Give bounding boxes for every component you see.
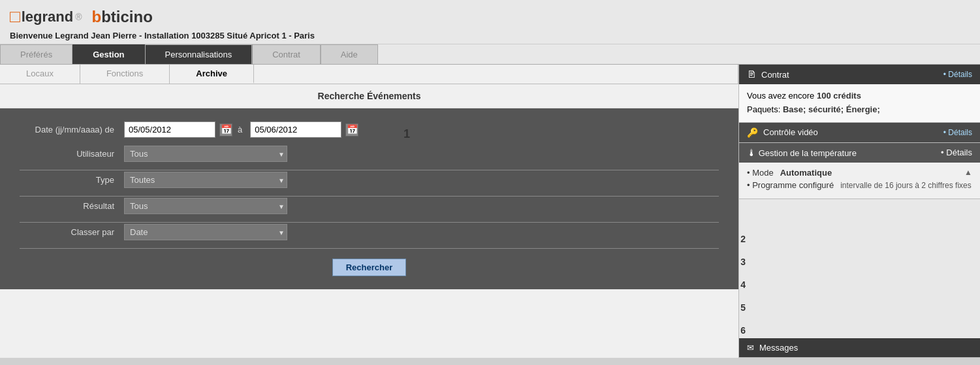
legrand-reg: ® xyxy=(75,12,82,22)
welcome-text: Bienvenue Legrand Jean Pierre - Installa… xyxy=(10,31,970,40)
marker-2: 2 xyxy=(740,234,746,244)
classer-select-wrapper: Date ▼ xyxy=(124,224,287,240)
utilisateur-select-wrapper: Tous ▼ xyxy=(124,146,287,162)
paquets-values: Base; sécurité; Énergie; xyxy=(783,104,880,114)
divider-3 xyxy=(20,222,719,223)
video-header: 🔑 Contrôle vidéo • Détails xyxy=(739,123,980,142)
date-label: Date (jj/mm/aaaa) de xyxy=(20,125,124,135)
tab-gestion[interactable]: Gestion xyxy=(72,44,144,64)
header: □ legrand ® b bticino Bienvenue Legrand … xyxy=(0,0,980,44)
date-to-input[interactable] xyxy=(250,121,341,138)
sub-tab-fonctions[interactable]: Fonctions xyxy=(80,65,170,84)
mode-label: • Mode xyxy=(747,168,774,178)
contrat-details-link[interactable]: • Détails xyxy=(943,70,972,79)
utilisateur-label: Utilisateur xyxy=(20,149,124,159)
messages-title: Messages xyxy=(759,343,798,353)
temperature-details-link[interactable]: • Détails xyxy=(941,148,972,157)
contrat-block: 🖹 Contrat • Détails Vous avez encore 100… xyxy=(739,65,980,123)
video-title: Contrôle vidéo xyxy=(763,127,818,137)
sub-nav: Locaux Fonctions Archive xyxy=(0,65,738,84)
temperature-content: • Mode Automatique ▲ • Programme configu… xyxy=(739,163,980,199)
temperature-title: Gestion de la température xyxy=(759,148,857,158)
messages-icon: ✉ xyxy=(747,343,754,353)
video-title-group: 🔑 Contrôle vidéo xyxy=(747,127,818,138)
divider-2 xyxy=(20,196,719,197)
legrand-logo: □ legrand ® xyxy=(10,7,82,27)
divider-4 xyxy=(20,248,719,249)
tab-aide[interactable]: Aide xyxy=(321,44,378,64)
date-separator: à xyxy=(238,125,242,135)
type-select-wrapper: Toutes ▼ xyxy=(124,172,287,188)
calendar-from-icon[interactable] xyxy=(219,123,232,136)
messages-header: ✉ Messages xyxy=(739,338,980,357)
type-select[interactable]: Toutes xyxy=(124,172,287,188)
marker-6: 6 xyxy=(740,325,746,336)
credits-content: Vous avez encore 100 crédits Paquets: Ba… xyxy=(739,84,980,122)
main-nav: Préférés Gestion Personnalisations Contr… xyxy=(0,44,980,65)
legrand-bracket-icon: □ xyxy=(10,7,20,27)
mode-row: • Mode Automatique ▲ xyxy=(747,168,972,178)
type-row: Type Toutes ▼ xyxy=(20,172,719,188)
bticino-b-text: b xyxy=(92,8,102,26)
marker-3: 3 xyxy=(740,257,746,267)
search-form: Date (jj/mm/aaaa) de à Utilisateur Tous … xyxy=(0,108,738,289)
video-block: 🔑 Contrôle vidéo • Détails xyxy=(739,123,980,143)
resultat-label: Résultat xyxy=(20,201,124,211)
resultat-select-wrapper: Tous ▼ xyxy=(124,198,287,214)
contrat-header: 🖹 Contrat • Détails xyxy=(739,65,980,84)
temperature-header: 🌡 Gestion de la température • Détails xyxy=(739,143,980,163)
programme-value: intervalle de 16 jours à 2 chiffres fixe… xyxy=(840,180,972,191)
scrollbar-up-icon[interactable]: ▲ xyxy=(964,168,972,178)
sub-tab-extra xyxy=(254,65,738,84)
logos-area: □ legrand ® b bticino xyxy=(10,7,970,27)
credits-line: Vous avez encore 100 crédits xyxy=(747,89,972,103)
tab-contrat[interactable]: Contrat xyxy=(252,44,321,64)
divider-1 xyxy=(20,170,719,170)
utilisateur-row: Utilisateur Tous ▼ xyxy=(20,146,719,162)
video-details-link[interactable]: • Détails xyxy=(943,128,972,137)
date-from-input[interactable] xyxy=(124,121,215,138)
sidebar-spacer xyxy=(739,199,980,338)
programme-label: • Programme configuré xyxy=(747,180,834,191)
bticino-ticino-text: bticino xyxy=(101,8,153,26)
programme-row: • Programme configuré intervalle de 16 j… xyxy=(747,180,972,191)
classer-row: Classer par Date ▼ xyxy=(20,224,719,240)
sub-tab-archive[interactable]: Archive xyxy=(170,65,254,84)
marker-1: 1 xyxy=(403,127,410,141)
contrat-icon: 🖹 xyxy=(747,69,756,80)
messages-block: ✉ Messages xyxy=(739,338,980,358)
temperature-icon: 🌡 xyxy=(747,148,756,158)
credits-number: 100 crédits xyxy=(817,91,861,101)
content-area: Locaux Fonctions Archive Recherche Événe… xyxy=(0,65,738,358)
right-sidebar: 🖹 Contrat • Détails Vous avez encore 100… xyxy=(738,65,980,358)
marker-5: 5 xyxy=(740,302,746,313)
temperature-block: 🌡 Gestion de la température • Détails • … xyxy=(739,143,980,200)
utilisateur-select[interactable]: Tous xyxy=(124,146,287,162)
tab-preferes[interactable]: Préférés xyxy=(0,44,72,64)
contrat-title: Contrat xyxy=(761,70,789,80)
contrat-title-group: 🖹 Contrat xyxy=(747,69,789,80)
type-label: Type xyxy=(20,175,124,185)
section-title: Recherche Événements xyxy=(0,84,738,108)
legrand-text: legrand xyxy=(22,8,73,25)
temperature-title-group: 🌡 Gestion de la température xyxy=(747,148,857,158)
tab-personnalisations[interactable]: Personnalisations xyxy=(145,44,253,64)
search-btn-row: Rechercher xyxy=(20,259,719,276)
bticino-logo: b bticino xyxy=(92,8,153,26)
classer-select[interactable]: Date xyxy=(124,224,287,240)
main-layout: Locaux Fonctions Archive Recherche Événe… xyxy=(0,65,980,358)
resultat-select[interactable]: Tous xyxy=(124,198,287,214)
search-button[interactable]: Rechercher xyxy=(332,259,407,276)
marker-4: 4 xyxy=(740,279,746,290)
paquets-line: Paquets: Base; sécurité; Énergie; xyxy=(747,103,972,117)
mode-value: Automatique xyxy=(780,168,832,178)
calendar-to-icon[interactable] xyxy=(345,123,358,136)
video-icon: 🔑 xyxy=(747,127,758,138)
resultat-row: Résultat Tous ▼ xyxy=(20,198,719,214)
classer-label: Classer par xyxy=(20,227,124,237)
sub-tab-locaux[interactable]: Locaux xyxy=(0,65,80,84)
date-row: Date (jj/mm/aaaa) de à xyxy=(20,121,719,138)
